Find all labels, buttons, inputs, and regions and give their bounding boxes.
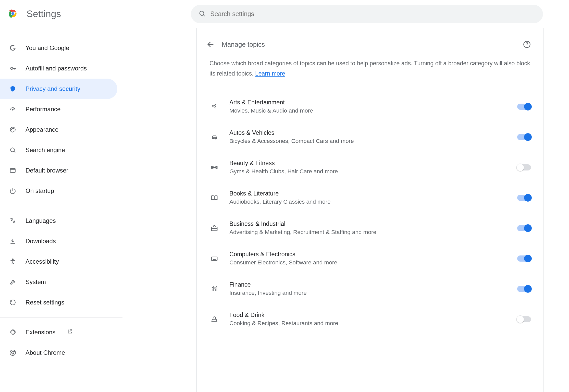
arts-icon bbox=[209, 103, 220, 111]
download-icon bbox=[9, 238, 17, 244]
search-settings[interactable] bbox=[191, 5, 543, 23]
sidebar-item-label: On startup bbox=[26, 187, 54, 194]
shield-icon bbox=[9, 85, 17, 92]
sidebar-divider bbox=[0, 317, 122, 317]
topic-toggle-computers[interactable] bbox=[517, 255, 531, 262]
browser-icon bbox=[9, 167, 17, 174]
sidebar-item-languages[interactable]: Languages bbox=[0, 211, 117, 231]
keyboard-icon bbox=[209, 255, 220, 262]
topic-subtitle: Advertising & Marketing, Recruitment & S… bbox=[229, 229, 508, 236]
sidebar-item-performance[interactable]: Performance bbox=[0, 99, 117, 119]
svg-rect-36 bbox=[212, 227, 217, 231]
svg-point-11 bbox=[10, 148, 14, 152]
topic-row-finance: FinanceInsurance, Investing and more bbox=[206, 274, 534, 304]
sidebar-item-label: You and Google bbox=[26, 44, 69, 52]
header: Settings bbox=[0, 0, 569, 28]
topic-toggle-food[interactable] bbox=[517, 316, 531, 322]
sidebar-item-label: Search engine bbox=[26, 146, 65, 154]
power-icon bbox=[9, 188, 17, 194]
topic-row-books: Books & LiteratureAudiobooks, Literary C… bbox=[206, 182, 534, 213]
sidebar-item-reset[interactable]: Reset settings bbox=[0, 292, 117, 313]
topic-list: Arts & EntertainmentMovies, Music & Audi… bbox=[197, 86, 543, 334]
sidebar-item-label: Appearance bbox=[26, 126, 58, 133]
finance-icon bbox=[209, 285, 220, 293]
svg-rect-30 bbox=[212, 166, 213, 168]
book-icon bbox=[209, 194, 220, 202]
back-button[interactable] bbox=[204, 38, 217, 51]
sidebar-item-search-engine[interactable]: Search engine bbox=[0, 140, 117, 160]
topic-toggle-finance[interactable] bbox=[517, 286, 531, 292]
topic-title: Finance bbox=[229, 281, 508, 288]
svg-rect-13 bbox=[10, 168, 15, 172]
sidebar-item-label: Default browser bbox=[26, 167, 68, 174]
topic-subtitle: Movies, Music & Audio and more bbox=[229, 107, 508, 114]
topic-title: Arts & Entertainment bbox=[229, 99, 508, 106]
topic-subtitle: Cooking & Recipes, Restaurants and more bbox=[229, 320, 508, 327]
car-icon bbox=[209, 133, 220, 141]
sidebar-item-label: Downloads bbox=[26, 238, 56, 245]
sidebar-item-system[interactable]: System bbox=[0, 272, 117, 292]
sidebar-item-about[interactable]: About Chrome bbox=[0, 342, 117, 363]
topic-toggle-books[interactable] bbox=[517, 195, 531, 201]
topic-toggle-autos[interactable] bbox=[517, 134, 531, 140]
sidebar-item-you-and-google[interactable]: You and Google bbox=[0, 38, 117, 58]
wrench-icon bbox=[9, 279, 17, 285]
g-logo-icon bbox=[9, 45, 17, 51]
topic-row-autos: Autos & VehiclesBicycles & Accessories, … bbox=[206, 122, 534, 152]
help-button[interactable] bbox=[521, 38, 533, 51]
sidebar-item-label: Languages bbox=[26, 217, 56, 224]
search-icon bbox=[9, 147, 17, 153]
sidebar-item-autofill[interactable]: Autofill and passwords bbox=[0, 58, 117, 79]
svg-point-9 bbox=[12, 128, 13, 129]
palette-icon bbox=[9, 126, 17, 133]
header-left: Settings bbox=[7, 8, 191, 20]
fitness-icon bbox=[209, 164, 220, 171]
svg-point-24 bbox=[527, 46, 527, 46]
sidebar-item-extensions[interactable]: Extensions bbox=[0, 322, 117, 342]
sidebar-item-label: Performance bbox=[26, 106, 60, 113]
topic-row-beauty: Beauty & FitnessGyms & Health Clubs, Hai… bbox=[206, 152, 534, 182]
translate-icon bbox=[9, 217, 17, 224]
sidebar-item-default-browser[interactable]: Default browser bbox=[0, 160, 117, 181]
topic-subtitle: Audiobooks, Literary Classics and more bbox=[229, 199, 508, 205]
accessibility-icon bbox=[9, 258, 17, 265]
svg-point-7 bbox=[12, 109, 13, 110]
sidebar: You and GoogleAutofill and passwordsPriv… bbox=[0, 28, 122, 392]
content-card: Manage topics Choose which broad categor… bbox=[196, 28, 543, 392]
sidebar-item-appearance[interactable]: Appearance bbox=[0, 119, 117, 140]
sidebar-divider bbox=[0, 206, 122, 206]
sidebar-item-privacy[interactable]: Privacy and security bbox=[0, 79, 117, 99]
topic-toggle-beauty[interactable] bbox=[517, 164, 531, 170]
app-title: Settings bbox=[27, 9, 61, 19]
svg-point-25 bbox=[212, 105, 214, 107]
page-title: Manage topics bbox=[222, 41, 265, 48]
svg-rect-38 bbox=[212, 257, 217, 260]
search-input[interactable] bbox=[210, 10, 535, 18]
briefcase-icon bbox=[209, 224, 220, 232]
sidebar-item-label: Reset settings bbox=[26, 299, 64, 306]
page-header: Manage topics bbox=[197, 38, 543, 58]
chrome-icon bbox=[9, 349, 17, 356]
topic-row-computers: Computers & ElectronicsConsumer Electron… bbox=[206, 243, 534, 274]
topic-row-arts: Arts & EntertainmentMovies, Music & Audi… bbox=[206, 91, 534, 122]
topic-toggle-business[interactable] bbox=[517, 225, 531, 231]
sidebar-item-accessibility[interactable]: Accessibility bbox=[0, 251, 117, 272]
sidebar-item-label: Autofill and passwords bbox=[26, 65, 87, 72]
extension-icon bbox=[9, 329, 17, 336]
topic-title: Food & Drink bbox=[229, 312, 508, 318]
svg-line-12 bbox=[14, 151, 15, 153]
topic-title: Beauty & Fitness bbox=[229, 160, 508, 167]
topic-subtitle: Bicycles & Accessories, Compact Cars and… bbox=[229, 138, 508, 144]
sidebar-item-startup[interactable]: On startup bbox=[0, 181, 117, 201]
topic-row-business: Business & IndustrialAdvertising & Marke… bbox=[206, 213, 534, 243]
svg-rect-31 bbox=[216, 166, 217, 168]
svg-point-26 bbox=[215, 104, 216, 105]
topic-toggle-arts[interactable] bbox=[517, 104, 531, 110]
food-icon bbox=[209, 315, 220, 323]
learn-more-link[interactable]: Learn more bbox=[255, 70, 285, 77]
topic-subtitle: Gyms & Health Clubs, Hair Care and more bbox=[229, 168, 508, 175]
svg-point-6 bbox=[10, 67, 13, 70]
topic-title: Business & Industrial bbox=[229, 220, 508, 227]
speed-icon bbox=[9, 106, 17, 113]
sidebar-item-downloads[interactable]: Downloads bbox=[0, 231, 117, 251]
